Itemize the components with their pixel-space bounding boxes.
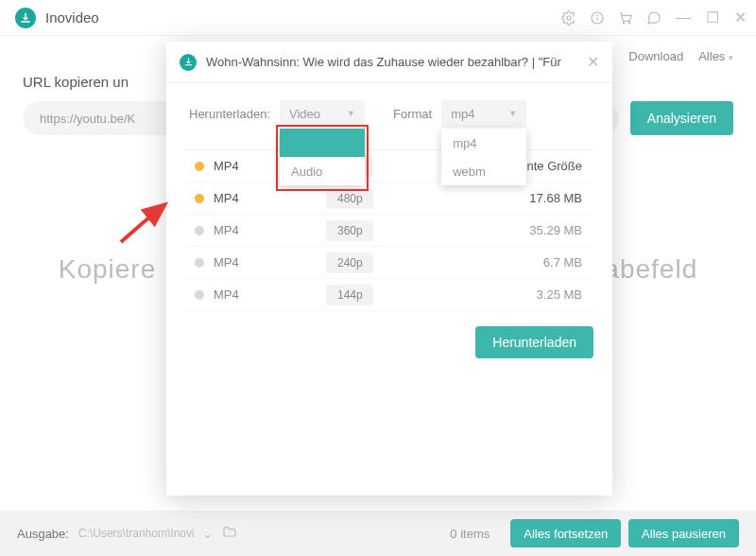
quality-row[interactable]: MP4 72 ekannte Größe <box>185 150 593 182</box>
app-logo <box>15 8 36 28</box>
download-type-dropdown: Audio <box>280 129 365 185</box>
chevron-down-icon[interactable]: ⌄ <box>202 527 213 541</box>
row-size: 35.29 MB <box>467 223 590 237</box>
titlebar: Inovideo — ☐ ✕ <box>0 0 756 36</box>
info-icon[interactable] <box>587 8 608 28</box>
download-type-value: Video <box>289 107 320 121</box>
row-format: MP4 <box>214 223 280 237</box>
selection-dot-icon <box>195 290 204 300</box>
quality-row[interactable]: MP4 240p 6.7 MB <box>185 247 593 279</box>
svg-point-3 <box>597 15 598 16</box>
folder-icon[interactable] <box>222 525 237 543</box>
tab-all[interactable]: Alles ▾ <box>698 49 733 63</box>
row-size: 3.25 MB <box>467 287 590 302</box>
quality-row[interactable]: MP4 144p 3.25 MB <box>185 279 593 311</box>
quality-row[interactable]: MP4 360p 35.29 MB <box>185 215 593 247</box>
output-label: Ausgabe: <box>17 527 69 541</box>
row-resolution: 240p <box>326 252 373 273</box>
download-option-audio[interactable]: Audio <box>280 157 365 185</box>
output-path[interactable]: C:\Users\tranhom\Inovi <box>78 527 195 540</box>
dialog-logo <box>180 54 197 71</box>
resume-all-button[interactable]: Alles fortsetzen <box>510 519 621 547</box>
svg-point-0 <box>567 16 571 20</box>
selection-dot-icon <box>195 226 204 235</box>
items-count: 0 items <box>450 527 490 541</box>
format-option-mp4[interactable]: mp4 <box>441 129 526 157</box>
format-dropdown: mp4 webm <box>441 129 526 185</box>
quality-row[interactable]: MP4 480p 17.68 MB <box>185 182 593 215</box>
chevron-down-icon: ▼ <box>508 109 517 118</box>
dialog-title: Wohn-Wahnsinn: Wie wird das Zuhause wied… <box>206 55 587 69</box>
download-dialog: Wohn-Wahnsinn: Wie wird das Zuhause wied… <box>166 42 612 495</box>
download-type-label: Herunterladen: <box>189 107 270 121</box>
minimize-button[interactable]: — <box>676 10 691 26</box>
format-value: mp4 <box>451 107 474 121</box>
maximize-button[interactable]: ☐ <box>706 10 719 26</box>
row-format: MP4 <box>214 255 280 269</box>
format-label: Format <box>393 107 432 121</box>
format-select[interactable]: mp4 ▼ mp4 webm <box>441 100 526 127</box>
main-tabs: Download Alles ▾ <box>628 49 733 63</box>
row-resolution: 360p <box>326 220 373 241</box>
svg-point-5 <box>628 22 629 23</box>
row-size: 17.68 MB <box>467 191 590 205</box>
row-format: MP4 <box>214 159 280 173</box>
selection-dot-icon <box>195 162 204 171</box>
close-button[interactable]: ✕ <box>734 10 747 26</box>
format-option-webm[interactable]: webm <box>441 157 526 185</box>
selection-dot-icon <box>195 258 204 268</box>
download-button[interactable]: Herunterladen <box>475 326 593 358</box>
selection-dot-icon <box>195 194 204 203</box>
pause-all-button[interactable]: Alles pausieren <box>628 519 739 547</box>
dialog-close-button[interactable]: ✕ <box>587 53 599 71</box>
settings-icon[interactable] <box>558 8 579 28</box>
row-format: MP4 <box>214 191 280 205</box>
tab-download[interactable]: Download <box>628 49 683 63</box>
svg-point-4 <box>623 22 624 23</box>
chat-icon[interactable] <box>644 8 664 28</box>
row-resolution: 480p <box>326 188 373 209</box>
download-option-video[interactable] <box>280 129 365 157</box>
download-type-select[interactable]: Video ▼ Audio <box>280 100 365 127</box>
row-resolution: 144p <box>326 285 373 305</box>
bottombar: Ausgabe: C:\Users\tranhom\Inovi ⌄ 0 item… <box>0 511 756 556</box>
chevron-down-icon: ▼ <box>347 109 355 118</box>
app-title: Inovideo <box>45 9 99 26</box>
analyse-button[interactable]: Analysieren <box>630 101 733 135</box>
quality-rows: MP4 72 ekannte Größe MP4 480p 17.68 MB M… <box>185 149 593 311</box>
row-format: MP4 <box>214 287 280 302</box>
cart-icon[interactable] <box>615 8 636 28</box>
row-size: 6.7 MB <box>467 255 590 269</box>
